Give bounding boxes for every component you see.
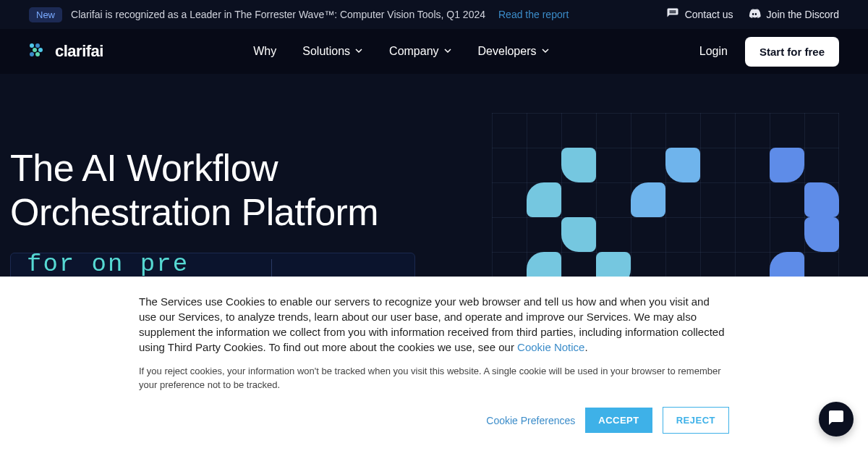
hero-code-text: for on pre	[27, 253, 189, 275]
svg-point-4	[30, 52, 34, 56]
nav-solutions-label: Solutions	[302, 45, 350, 58]
nav-item-company[interactable]: Company	[389, 45, 451, 58]
announce-text: Clarifai is recognized as a Leader in Th…	[71, 9, 485, 20]
svg-point-0	[30, 43, 34, 48]
cookie-preferences-link[interactable]: Cookie Preferences	[486, 415, 575, 426]
chat-icon	[827, 409, 845, 429]
chat-launcher[interactable]	[819, 402, 854, 437]
brand-logo[interactable]: clarifai	[29, 42, 103, 61]
cookie-banner: The Services use Cookies to enable our s…	[0, 277, 868, 451]
nav-developers-label: Developers	[478, 45, 537, 58]
discord-icon	[748, 7, 761, 22]
hero-title-line2: Orchestration Platform	[10, 191, 378, 233]
login-link[interactable]: Login	[699, 45, 728, 58]
cookie-reject-note: If you reject cookies, your information …	[139, 365, 729, 392]
nav-why-label: Why	[253, 45, 276, 58]
discord-label: Join the Discord	[767, 9, 839, 20]
discord-link[interactable]: Join the Discord	[748, 7, 839, 22]
announcement-bar: New Clarifai is recognized as a Leader i…	[0, 0, 868, 29]
main-nav: clarifai Why Solutions Company Developer…	[0, 29, 868, 74]
chevron-down-icon	[443, 45, 452, 58]
hero-title-line1: The AI Workflow	[10, 147, 278, 189]
chevron-down-icon	[541, 45, 550, 58]
cookie-body-suffix: .	[584, 341, 587, 353]
nav-company-label: Company	[389, 45, 438, 58]
nav-item-developers[interactable]: Developers	[478, 45, 550, 58]
svg-point-2	[33, 48, 37, 52]
svg-point-3	[38, 48, 43, 52]
contact-label: Contact us	[685, 9, 733, 20]
cookie-body-prefix: The Services use Cookies to enable our s…	[139, 295, 725, 353]
new-badge: New	[29, 7, 62, 22]
speech-icon	[666, 7, 679, 22]
nav-item-why[interactable]: Why	[253, 45, 276, 58]
announce-read-report-link[interactable]: Read the report	[498, 9, 569, 20]
cookie-reject-button[interactable]: REJECT	[663, 407, 729, 434]
chevron-down-icon	[354, 45, 363, 58]
start-free-button[interactable]: Start for free	[745, 37, 839, 67]
nav-item-solutions[interactable]: Solutions	[302, 45, 363, 58]
clarifai-icon	[29, 42, 48, 61]
svg-point-5	[35, 52, 40, 56]
cookie-notice-link[interactable]: Cookie Notice	[517, 341, 584, 353]
contact-us-link[interactable]: Contact us	[666, 7, 733, 22]
brand-name: clarifai	[55, 42, 103, 61]
svg-point-1	[35, 43, 40, 48]
cookie-body: The Services use Cookies to enable our s…	[139, 294, 729, 355]
cookie-accept-button[interactable]: ACCEPT	[585, 408, 652, 433]
